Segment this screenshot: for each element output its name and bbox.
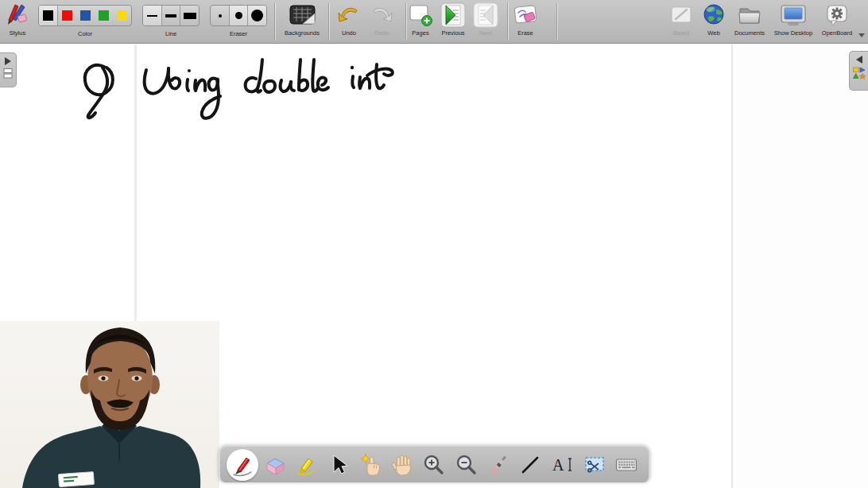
pen-tool-button[interactable] xyxy=(227,449,258,481)
toolbar-separator xyxy=(556,3,557,40)
large-dot-icon xyxy=(251,10,263,21)
color-label: Color xyxy=(38,30,132,37)
bottom-tool-dock: A xyxy=(219,445,650,482)
expand-left-arrow-icon xyxy=(856,56,862,64)
toolbar-separator xyxy=(507,3,508,40)
red-swatch xyxy=(62,10,72,21)
highlighter-tool-button[interactable] xyxy=(292,449,322,481)
next-page-icon xyxy=(471,1,500,29)
line-icon xyxy=(518,453,542,477)
backgrounds-label: Backgrounds xyxy=(279,29,325,37)
pan-tool-button[interactable] xyxy=(387,449,417,481)
undo-label: Undo xyxy=(333,29,365,37)
board-button[interactable]: Board xyxy=(665,1,697,42)
toolbar-separator xyxy=(274,3,275,40)
line-label: Line xyxy=(142,30,200,37)
board-icon xyxy=(665,1,697,29)
eraser-icon xyxy=(262,453,286,477)
show-desktop-label: Show Desktop xyxy=(770,29,816,37)
openboard-menu-button[interactable]: OpenBoard xyxy=(817,1,857,42)
line-thin-button[interactable] xyxy=(143,6,162,25)
virtual-keyboard-tool-button[interactable] xyxy=(611,449,641,481)
zoom-out-tool-button[interactable] xyxy=(451,449,482,481)
thick-line-icon xyxy=(184,13,196,19)
show-desktop-button[interactable]: Show Desktop xyxy=(770,1,816,42)
redo-button[interactable]: Redo xyxy=(366,1,397,42)
line-medium-button[interactable] xyxy=(162,6,180,25)
zoom-out-icon xyxy=(455,453,479,477)
backgrounds-button[interactable]: Backgrounds xyxy=(279,1,325,42)
color-swatch-red[interactable] xyxy=(58,6,76,25)
erase-label: Erase xyxy=(510,29,541,37)
openboard-label: OpenBoard xyxy=(817,29,857,37)
show-desktop-icon xyxy=(770,1,816,29)
interact-tool-button[interactable] xyxy=(355,449,386,481)
text-tool-button[interactable]: A xyxy=(547,449,577,481)
eraser-tool-button[interactable] xyxy=(259,449,289,481)
erase-icon xyxy=(510,1,541,29)
color-swatch-green[interactable] xyxy=(95,6,113,25)
black-swatch xyxy=(43,10,53,21)
blue-swatch xyxy=(80,10,91,21)
previous-label: Previous xyxy=(436,29,471,37)
web-button[interactable]: Web xyxy=(698,1,730,42)
page-thumbnails-icon xyxy=(3,68,14,79)
undo-icon xyxy=(333,1,365,29)
medium-line-icon xyxy=(165,14,176,17)
stylus-button[interactable]: Stylus xyxy=(2,1,33,42)
top-toolbar: Stylus Color Line xyxy=(0,0,868,44)
previous-button[interactable]: Previous xyxy=(436,1,471,42)
presenter-figure xyxy=(0,321,219,488)
erase-page-button[interactable]: Erase xyxy=(510,1,541,42)
color-swatch-blue[interactable] xyxy=(76,6,95,25)
next-button[interactable]: Next xyxy=(471,1,500,42)
capture-tool-button[interactable] xyxy=(579,449,610,481)
color-swatch-yellow[interactable] xyxy=(113,6,131,25)
line-group xyxy=(142,5,200,26)
thin-line-icon xyxy=(147,15,157,17)
zoom-in-tool-button[interactable] xyxy=(419,449,449,481)
color-group xyxy=(38,5,132,26)
expand-right-arrow-icon xyxy=(5,57,11,65)
toolbar-separator xyxy=(328,3,329,40)
documents-folder-icon xyxy=(730,1,769,29)
undo-button[interactable]: Undo xyxy=(333,1,365,42)
pages-icon xyxy=(405,1,436,29)
openboard-window: Stylus Color Line xyxy=(0,0,868,488)
openboard-gear-icon xyxy=(817,1,857,29)
eraser-large-button[interactable] xyxy=(248,6,266,25)
green-swatch xyxy=(99,10,109,21)
capture-screen-icon xyxy=(583,453,606,477)
board-label: Board xyxy=(665,29,697,37)
laser-pointer-icon xyxy=(486,453,510,477)
eraser-medium-button[interactable] xyxy=(230,6,248,25)
documents-button[interactable]: Documents xyxy=(730,1,769,42)
pointing-hand-sparkle-icon xyxy=(358,453,382,477)
selector-tool-button[interactable] xyxy=(324,449,354,481)
yellow-swatch xyxy=(117,10,127,21)
page-right-edge xyxy=(731,45,733,488)
pen-icon xyxy=(231,453,254,477)
cursor-arrow-icon xyxy=(328,454,349,476)
line-thick-button[interactable] xyxy=(180,6,199,25)
next-label: Next xyxy=(471,29,500,37)
open-hand-icon xyxy=(390,453,414,477)
pages-button[interactable]: Pages xyxy=(405,1,436,42)
laser-pointer-tool-button[interactable] xyxy=(483,449,513,481)
eraser-small-button[interactable] xyxy=(211,6,230,25)
svg-text:A: A xyxy=(552,456,564,474)
highlighter-icon xyxy=(295,453,319,477)
text-tool-icon: A xyxy=(550,453,574,477)
stylus-label: Stylus xyxy=(2,29,33,37)
documents-label: Documents xyxy=(730,29,769,37)
openboard-menu-chevron-icon[interactable] xyxy=(858,33,865,37)
redo-label: Redo xyxy=(366,29,397,37)
pages-label: Pages xyxy=(405,29,436,37)
eraser-size-group xyxy=(210,5,267,26)
color-swatch-black[interactable] xyxy=(39,6,58,25)
keyboard-icon xyxy=(614,453,638,477)
left-panel-tab[interactable] xyxy=(0,52,17,87)
web-globe-icon xyxy=(698,1,730,29)
library-panel-tab[interactable] xyxy=(849,51,868,91)
line-tool-button[interactable] xyxy=(515,449,545,481)
